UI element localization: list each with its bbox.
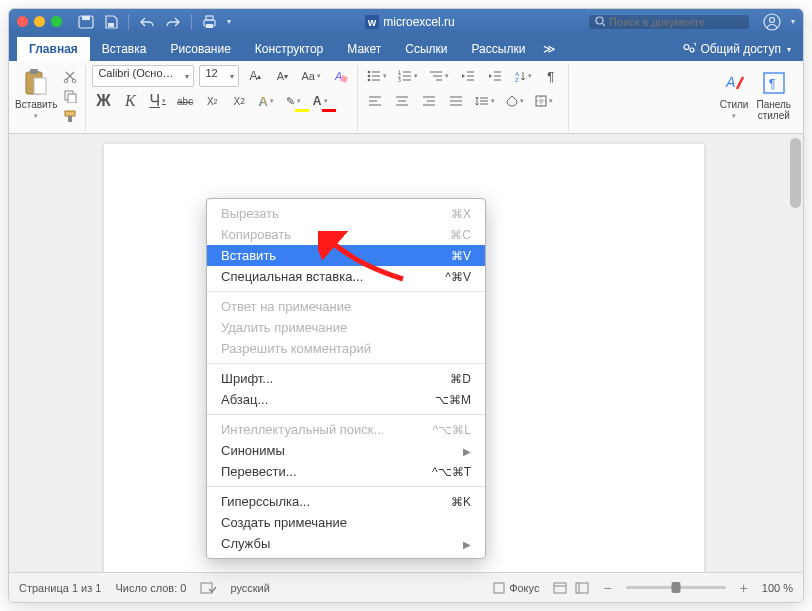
word-count[interactable]: Число слов: 0 — [115, 582, 186, 594]
svg-point-8 — [596, 17, 603, 24]
decrease-indent-icon[interactable] — [457, 65, 479, 87]
word-app-icon: W — [365, 15, 379, 29]
share-button[interactable]: + Общий доступ ▾ — [670, 37, 803, 61]
font-color-icon[interactable]: A — [309, 90, 331, 112]
web-layout-view-icon[interactable] — [575, 582, 589, 594]
context-menu-separator — [207, 291, 485, 292]
align-left-icon[interactable] — [364, 90, 386, 112]
superscript-button[interactable]: X2 — [228, 90, 250, 112]
context-menu-label: Гиперссылка... — [221, 494, 310, 509]
bold-button[interactable]: Ж — [92, 90, 114, 112]
toolbar-dropdown-icon[interactable]: ▾ — [227, 17, 231, 26]
line-spacing-icon[interactable] — [472, 90, 498, 112]
language-label[interactable]: русский — [230, 582, 269, 594]
redo-icon[interactable] — [165, 16, 181, 28]
svg-text:+: + — [693, 43, 696, 49]
styles-gallery-icon[interactable]: A — [721, 69, 747, 97]
account-icon[interactable] — [763, 13, 781, 31]
vertical-scrollbar[interactable] — [790, 138, 801, 568]
context-menu-item[interactable]: Специальная вставка...^⌘V — [207, 266, 485, 287]
strikethrough-button[interactable]: abc — [174, 90, 196, 112]
account-dropdown-icon[interactable]: ▾ — [791, 17, 795, 26]
zoom-out-button[interactable]: − — [603, 580, 611, 596]
zoom-slider[interactable] — [626, 586, 726, 589]
tab-1[interactable]: Вставка — [90, 37, 159, 61]
tab-2[interactable]: Рисование — [158, 37, 242, 61]
search-box[interactable] — [589, 15, 749, 29]
context-menu-label: Специальная вставка... — [221, 269, 363, 284]
context-menu-item[interactable]: Перевести...^⌥⌘T — [207, 461, 485, 482]
svg-rect-5 — [206, 24, 213, 28]
increase-font-icon[interactable]: A▴ — [244, 65, 266, 87]
svg-text:W: W — [368, 18, 377, 28]
format-painter-icon[interactable] — [61, 108, 79, 124]
numbering-icon[interactable]: 123 — [395, 65, 421, 87]
increase-indent-icon[interactable] — [484, 65, 506, 87]
tab-3[interactable]: Конструктор — [243, 37, 335, 61]
shading-icon[interactable] — [503, 90, 527, 112]
tabs-overflow-icon[interactable]: ≫ — [537, 37, 562, 61]
multilevel-list-icon[interactable] — [426, 65, 452, 87]
context-menu-item[interactable]: Шрифт...⌘D — [207, 368, 485, 389]
svg-rect-4 — [206, 16, 213, 20]
align-center-icon[interactable] — [391, 90, 413, 112]
tab-5[interactable]: Ссылки — [393, 37, 459, 61]
underline-button[interactable]: Ч — [146, 90, 169, 112]
svg-rect-2 — [108, 23, 114, 27]
decrease-font-icon[interactable]: A▾ — [271, 65, 293, 87]
minimize-window-button[interactable] — [34, 16, 45, 27]
highlight-color-icon[interactable]: ✎ — [282, 90, 304, 112]
zoom-in-button[interactable]: + — [740, 580, 748, 596]
subscript-button[interactable]: X2 — [201, 90, 223, 112]
align-right-icon[interactable] — [418, 90, 440, 112]
font-size-select[interactable]: 12▾ — [199, 65, 239, 87]
context-menu-item[interactable]: Создать примечание — [207, 512, 485, 533]
focus-mode-button[interactable]: Фокус — [493, 582, 539, 594]
svg-rect-17 — [34, 78, 46, 94]
svg-point-30 — [368, 79, 371, 82]
page-info[interactable]: Страница 1 из 1 — [19, 582, 101, 594]
context-menu-item[interactable]: Гиперссылка...⌘K — [207, 491, 485, 512]
context-menu-item[interactable]: Синонимы▶ — [207, 440, 485, 461]
svg-rect-74 — [576, 583, 588, 593]
context-menu-item[interactable]: Службы▶ — [207, 533, 485, 554]
bullets-icon[interactable] — [364, 65, 390, 87]
font-family-select[interactable]: Calibri (Осно…▾ — [92, 65, 194, 87]
context-menu-item: Разрешить комментарий — [207, 338, 485, 359]
paste-icon[interactable] — [22, 67, 50, 97]
sort-icon[interactable]: AZ — [511, 65, 535, 87]
styles-pane-icon[interactable]: ¶ — [761, 69, 787, 97]
print-icon[interactable] — [202, 15, 217, 29]
undo-icon[interactable] — [139, 16, 155, 28]
cut-icon[interactable] — [61, 68, 79, 84]
show-marks-icon[interactable]: ¶ — [540, 65, 562, 87]
close-window-button[interactable] — [17, 16, 28, 27]
zoom-level[interactable]: 100 % — [762, 582, 793, 594]
ribbon: Вставить ▾ Calibri (Осно…▾ 12▾ A▴ A▾ Aa … — [9, 61, 803, 134]
spellcheck-icon[interactable] — [200, 581, 216, 595]
save-icon[interactable] — [104, 15, 118, 29]
context-menu-label: Вырезать — [221, 206, 279, 221]
scrollbar-thumb[interactable] — [790, 138, 801, 208]
change-case-icon[interactable]: Aa — [298, 65, 323, 87]
autosave-toggle-icon[interactable] — [78, 15, 94, 29]
italic-button[interactable]: К — [119, 90, 141, 112]
context-menu-item[interactable]: Вставить⌘V — [207, 245, 485, 266]
zoom-slider-knob[interactable] — [671, 582, 680, 593]
print-layout-view-icon[interactable] — [553, 582, 567, 594]
search-input[interactable] — [609, 16, 743, 28]
tab-4[interactable]: Макет — [335, 37, 393, 61]
tab-6[interactable]: Рассылки — [460, 37, 538, 61]
copy-icon[interactable] — [61, 88, 79, 104]
maximize-window-button[interactable] — [51, 16, 62, 27]
tab-0[interactable]: Главная — [17, 37, 90, 61]
context-menu-item[interactable]: Абзац...⌥⌘M — [207, 389, 485, 410]
align-justify-icon[interactable] — [445, 90, 467, 112]
svg-rect-16 — [30, 69, 38, 74]
text-effects-icon[interactable]: A — [255, 90, 277, 112]
svg-line-9 — [603, 24, 605, 27]
borders-icon[interactable] — [532, 90, 556, 112]
context-menu-shortcut: ^⌥⌘T — [432, 465, 471, 479]
document-title: microexcel.ru — [383, 15, 454, 29]
clear-formatting-icon[interactable]: A — [329, 65, 351, 87]
